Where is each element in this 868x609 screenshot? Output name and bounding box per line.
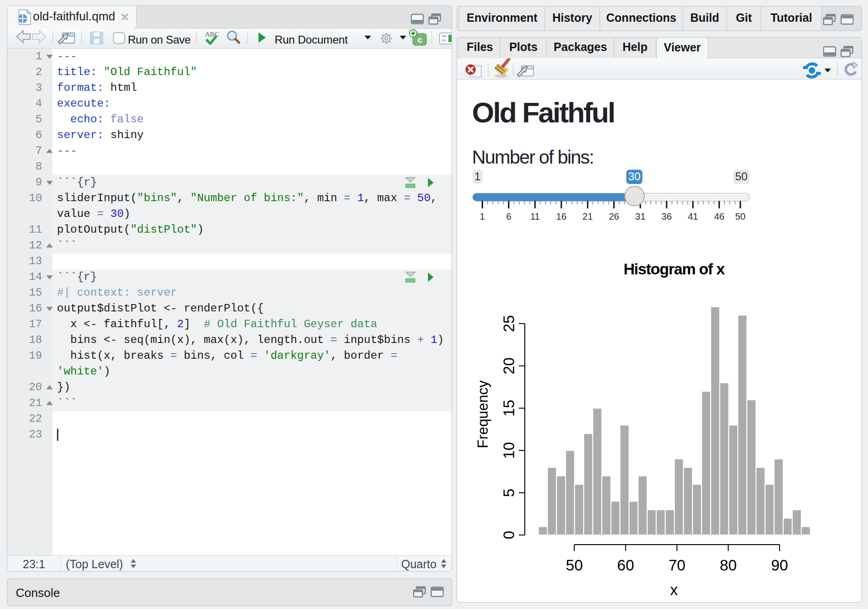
svg-text:Frequency: Frequency <box>475 380 491 448</box>
svg-text:1: 1 <box>480 211 485 222</box>
svg-text:Number of bins:: Number of bins: <box>472 146 593 168</box>
svg-text:Histogram of x: Histogram of x <box>623 260 725 278</box>
svg-text:5: 5 <box>500 488 517 497</box>
svg-text:50: 50 <box>566 557 583 574</box>
svg-text:90: 90 <box>771 557 788 574</box>
svg-text:20: 20 <box>500 357 517 374</box>
svg-text:21: 21 <box>583 211 593 222</box>
svg-text:25: 25 <box>500 315 517 332</box>
svg-text:60: 60 <box>617 557 634 574</box>
svg-text:x: x <box>670 581 678 598</box>
svg-text:70: 70 <box>668 557 686 574</box>
svg-text:26: 26 <box>609 211 619 222</box>
svg-text:31: 31 <box>635 211 645 222</box>
svg-text:c: c <box>417 35 422 45</box>
svg-text:41: 41 <box>688 211 698 222</box>
svg-text:11: 11 <box>530 211 540 222</box>
svg-text:15: 15 <box>500 400 517 417</box>
svg-text:10: 10 <box>500 442 517 459</box>
svg-text:6: 6 <box>506 211 511 222</box>
svg-text:1: 1 <box>474 170 480 183</box>
svg-text:36: 36 <box>661 211 672 222</box>
svg-text:50: 50 <box>735 170 748 183</box>
svg-text:46: 46 <box>714 211 724 222</box>
svg-text:Old Faithful: Old Faithful <box>472 96 614 128</box>
svg-text:ABC: ABC <box>205 31 220 38</box>
svg-text:80: 80 <box>720 557 737 574</box>
svg-text:30: 30 <box>628 170 641 183</box>
svg-text:16: 16 <box>556 211 566 222</box>
svg-text:0: 0 <box>500 531 517 539</box>
svg-text:50: 50 <box>735 211 745 222</box>
